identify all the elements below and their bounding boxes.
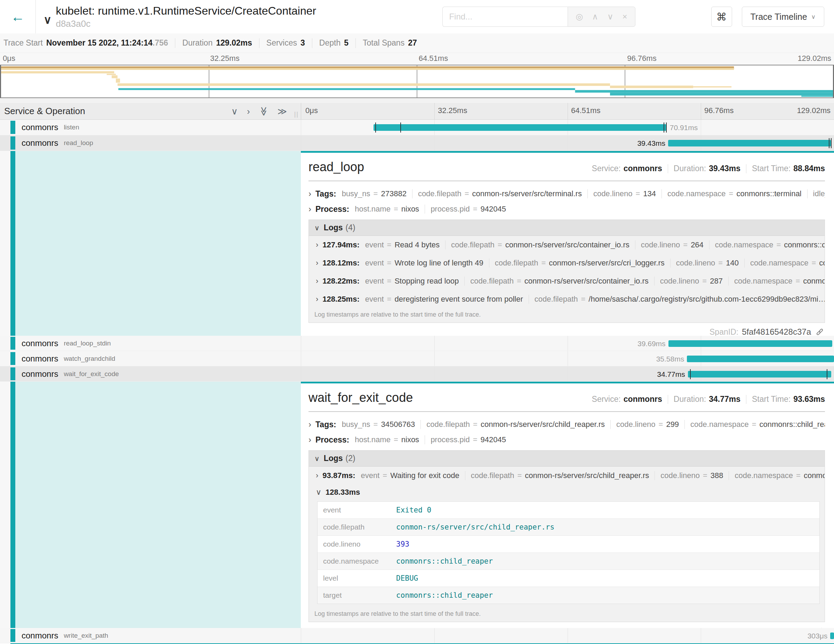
log-marker-tick (666, 123, 667, 133)
chevron-right-icon[interactable]: › (316, 471, 318, 480)
log-entry[interactable]: › 127.94ms: eventRead 4 bytes code.filep… (309, 236, 824, 254)
span-bar[interactable] (688, 371, 831, 377)
divider (312, 38, 312, 48)
log-entry[interactable]: › 93.87ms: eventWaiting for exit code co… (309, 466, 824, 485)
log-entry[interactable]: › 128.12ms: eventWrote log line of lengt… (309, 254, 824, 272)
duration-label: Duration: (674, 164, 706, 173)
find-input[interactable] (442, 6, 567, 27)
span-row-listen[interactable]: conmonrs listen 70.91ms (0, 120, 834, 135)
process-row[interactable]: › Process: host.namenixos process.pid942… (309, 201, 825, 217)
divider (587, 189, 588, 198)
minimap-canvas (1, 65, 833, 97)
process-label[interactable]: Process: (315, 205, 349, 214)
chevron-right-icon[interactable]: › (309, 435, 311, 445)
span-row-wait-for-exit-code[interactable]: conmonrs wait_for_exit_code 34.77ms (0, 366, 834, 382)
span-track[interactable]: 70.91ms (301, 120, 834, 135)
tags-row[interactable]: › Tags: busy_ns34506763 code.filepathcon… (309, 417, 825, 432)
back-button[interactable]: ← (0, 0, 36, 33)
span-track[interactable]: 303μs (301, 628, 834, 643)
divider (668, 164, 668, 173)
clear-find-icon[interactable]: × (622, 12, 627, 21)
logs-section: ∨ Logs (2) › 93.87ms: eventWaiting for e… (309, 450, 825, 622)
expand-all-icon[interactable]: ≫ (278, 107, 287, 116)
tags-row[interactable]: › Tags: busy_ns273882 code.filepathconmo… (309, 186, 825, 201)
find-group: ◎ ∧ ∨ × (442, 6, 635, 27)
span-row-read-loop[interactable]: conmonrs read_loop 39.43ms (0, 135, 834, 151)
span-bar[interactable] (373, 124, 666, 131)
copy-link-icon[interactable] (815, 327, 824, 336)
view-selector-button[interactable]: Trace Timeline ∨ (742, 6, 824, 27)
timeline-header: 0μs 32.25ms 64.51ms 96.76ms 129.02ms (301, 103, 834, 119)
chevron-right-icon[interactable]: › (316, 294, 318, 304)
trace-minimap-scrubber[interactable] (0, 65, 834, 98)
logs-note: Log timestamps are relative to the start… (309, 308, 824, 322)
span-name-cell[interactable]: conmonrs listen (0, 120, 301, 135)
span-id-row: SpanID: 4a947cfd1ce59537 (309, 622, 825, 628)
span-name-cell[interactable]: conmonrs read_loop (0, 135, 301, 150)
chevron-right-icon[interactable]: › (316, 277, 318, 286)
log-marker-tick (690, 369, 691, 379)
chevron-right-icon[interactable]: › (316, 240, 318, 249)
span-bar[interactable] (668, 140, 831, 146)
span-row-watch-grandchild[interactable]: conmonrs watch_grandchild 35.58ms (0, 351, 834, 366)
log-marker-tick (664, 123, 664, 133)
process-label[interactable]: Process: (315, 435, 349, 445)
duration-value: 39.43ms (709, 164, 740, 173)
log-timestamp: 128.25ms: (322, 294, 359, 304)
trace-start-value: November 15 2022, 11:24:14.756 (46, 38, 168, 48)
span-track[interactable]: 39.69ms (301, 336, 834, 351)
span-track[interactable]: 35.58ms (301, 351, 834, 366)
collapse-one-icon[interactable]: ∨ (231, 107, 238, 116)
span-id-row: SpanID: 5faf48165428c37a (309, 323, 825, 336)
span-name-cell[interactable]: conmonrs watch_grandchild (0, 351, 301, 366)
span-name-cell[interactable]: conmonrs write_exit_path (0, 628, 301, 643)
duration-value: 129.02ms (216, 38, 252, 48)
span-bar[interactable] (830, 633, 834, 639)
column-resize-handle[interactable]: || (294, 111, 299, 118)
tree-controls: ∨ › ≫ ≫ (231, 107, 301, 116)
span-bar[interactable] (668, 340, 832, 347)
service-name: conmonrs (21, 354, 58, 364)
detail-title: wait_for_exit_code (309, 390, 413, 405)
depth-value: 5 (344, 38, 349, 48)
tags-label[interactable]: Tags: (315, 420, 336, 429)
span-row-write-exit-path[interactable]: conmonrs write_exit_path 303μs (0, 628, 834, 643)
span-name-cell[interactable]: conmonrs read_loop_stdin (0, 336, 301, 351)
trace-view: ← ∨ kubelet: runtime.v1.RuntimeService/C… (0, 0, 834, 644)
service-operation-title: Service & Operation (4, 106, 85, 117)
logs-header[interactable]: ∨ Logs (2) (309, 451, 824, 466)
span-name-cell[interactable]: conmonrs wait_for_exit_code (0, 366, 301, 381)
chevron-right-icon[interactable]: › (309, 204, 311, 214)
chevron-right-icon[interactable]: › (309, 419, 311, 429)
service-operation-header: Service & Operation ∨ › ≫ ≫ || (0, 103, 301, 119)
span-bar[interactable] (687, 356, 834, 362)
grid-line (567, 351, 568, 366)
operation-name: read_loop_stdin (64, 340, 111, 347)
logs-header[interactable]: ∨ Logs (4) (309, 220, 824, 236)
span-track[interactable]: 39.43ms (301, 135, 834, 150)
log-entry-expanded[interactable]: ∨ 128.33ms (309, 485, 824, 500)
expand-one-icon[interactable]: › (247, 107, 250, 116)
log-timestamp: 93.87ms: (322, 471, 355, 480)
span-track[interactable]: 34.77ms (301, 366, 834, 381)
keyboard-shortcuts-button[interactable]: ⌘ (711, 6, 732, 27)
chevron-right-icon[interactable]: › (316, 259, 318, 267)
tags-label[interactable]: Tags: (315, 189, 336, 199)
process-row[interactable]: › Process: host.namenixos process.pid942… (309, 432, 825, 447)
log-entry[interactable]: › 128.25ms: eventderegistering event sou… (309, 290, 824, 308)
collapse-all-icon[interactable]: ≫ (259, 107, 268, 116)
match-case-icon[interactable]: ◎ (575, 12, 583, 21)
next-match-icon[interactable]: ∨ (607, 12, 614, 21)
chevron-right-icon[interactable]: › (309, 189, 311, 199)
span-row-read-loop-stdin[interactable]: conmonrs read_loop_stdin 39.69ms (0, 336, 834, 351)
timeline-tick: 96.76ms (704, 106, 734, 115)
log-entry[interactable]: › 128.22ms: eventStopping read loop code… (309, 272, 824, 290)
depth-label: Depth (319, 38, 341, 48)
grid-line (701, 628, 701, 643)
span-duration: 39.43ms (637, 135, 665, 151)
span-detail-wait-for-exit-code: wait_for_exit_code Service: conmonrs Dur… (0, 382, 834, 628)
prev-match-icon[interactable]: ∧ (592, 12, 598, 21)
chevron-down-icon[interactable]: ∨ (316, 488, 322, 497)
trace-start-label: Trace Start (3, 38, 43, 48)
collapse-trace-chevron-icon[interactable]: ∨ (44, 13, 52, 26)
